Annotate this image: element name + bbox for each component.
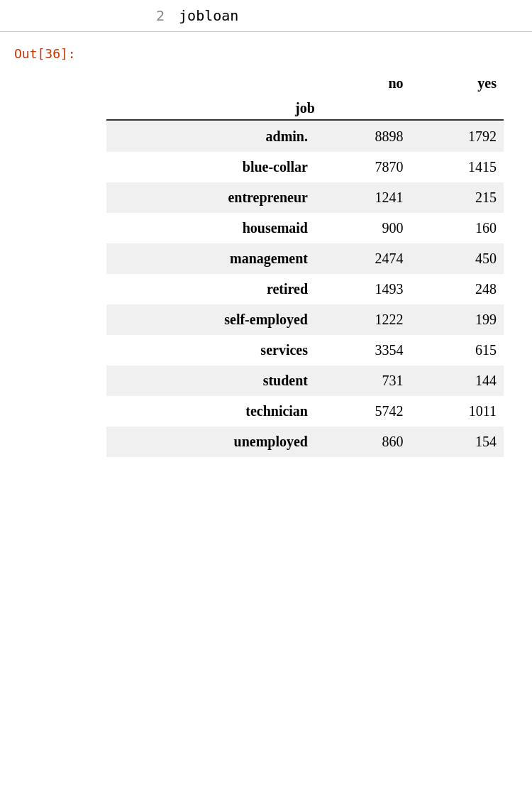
column-header-row: no yes (106, 72, 504, 94)
val-yes: 1011 (425, 396, 504, 427)
val-yes: 154 (425, 427, 504, 457)
table-row: entrepreneur1241215 (106, 182, 504, 213)
val-no: 860 (319, 427, 425, 457)
table-row: unemployed860154 (106, 427, 504, 457)
top-bar: 2 jobloan (0, 0, 532, 32)
table-row: services3354615 (106, 335, 504, 365)
table-row: self-employed1222199 (106, 304, 504, 335)
output-section: Out[36]: no yes job admin.88981792blue-c… (0, 32, 532, 471)
code-text: jobloan (179, 7, 238, 24)
val-yes: 1415 (425, 152, 504, 182)
val-no: 8898 (319, 121, 425, 152)
table-container: no yes job admin.88981792blue-collar7870… (43, 72, 532, 457)
val-no: 5742 (319, 396, 425, 427)
group-header-row: job (106, 94, 504, 120)
table-row: blue-collar78701415 (106, 152, 504, 182)
col-header-yes: yes (425, 72, 504, 94)
val-no: 1241 (319, 182, 425, 213)
table-row: housemaid900160 (106, 213, 504, 243)
line-number: 2 (156, 7, 165, 24)
val-no: 900 (319, 213, 425, 243)
val-yes: 144 (425, 365, 504, 396)
job-label: retired (106, 274, 319, 304)
table-row: student731144 (106, 365, 504, 396)
val-yes: 248 (425, 274, 504, 304)
val-no: 1493 (319, 274, 425, 304)
table-row: admin.88981792 (106, 121, 504, 152)
val-yes: 215 (425, 182, 504, 213)
table-row: retired1493248 (106, 274, 504, 304)
job-label: technician (106, 396, 319, 427)
job-label: self-employed (106, 304, 319, 335)
job-label: admin. (106, 121, 319, 152)
val-no: 2474 (319, 243, 425, 274)
table-row: management2474450 (106, 243, 504, 274)
val-yes: 160 (425, 213, 504, 243)
job-label: student (106, 365, 319, 396)
group-header-label: job (106, 94, 504, 120)
val-yes: 450 (425, 243, 504, 274)
val-yes: 1792 (425, 121, 504, 152)
job-label: services (106, 335, 319, 365)
val-yes: 199 (425, 304, 504, 335)
col-header-no: no (319, 72, 425, 94)
table-row: technician57421011 (106, 396, 504, 427)
val-no: 7870 (319, 152, 425, 182)
job-label: blue-collar (106, 152, 319, 182)
job-label: entrepreneur (106, 182, 319, 213)
val-yes: 615 (425, 335, 504, 365)
data-table: no yes job admin.88981792blue-collar7870… (106, 72, 504, 457)
job-label: unemployed (106, 427, 319, 457)
output-label: Out[36]: (14, 46, 532, 61)
job-label: housemaid (106, 213, 319, 243)
val-no: 731 (319, 365, 425, 396)
val-no: 3354 (319, 335, 425, 365)
job-label: management (106, 243, 319, 274)
val-no: 1222 (319, 304, 425, 335)
